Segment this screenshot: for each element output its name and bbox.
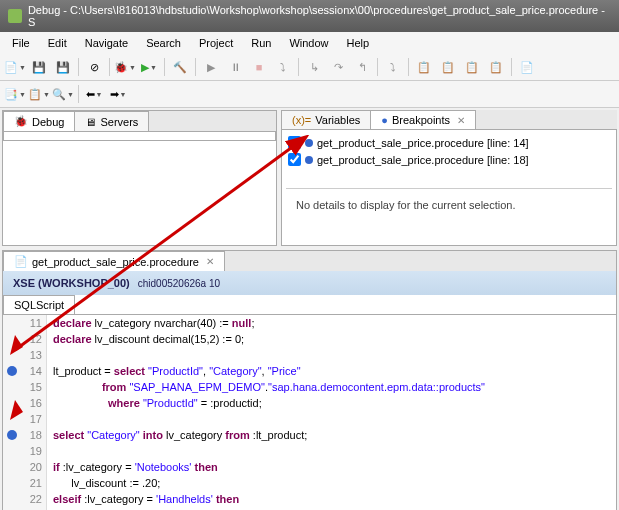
breakpoint-detail: No details to display for the current se… bbox=[286, 188, 612, 221]
tb2-1[interactable]: 📑▼ bbox=[4, 83, 26, 105]
menu-help[interactable]: Help bbox=[339, 34, 378, 52]
servers-icon: 🖥 bbox=[85, 116, 96, 128]
code-line[interactable] bbox=[53, 443, 616, 459]
breakpoints-icon: ● bbox=[381, 114, 388, 126]
step-return-button[interactable]: ↰ bbox=[351, 56, 373, 78]
breakpoint-marker[interactable] bbox=[7, 366, 17, 376]
code-line[interactable]: lt_product = select "ProductId", "Catego… bbox=[53, 363, 616, 379]
editor-tab[interactable]: 📄 get_product_sale_price.procedure ✕ bbox=[3, 251, 225, 271]
tab-debug[interactable]: 🐞Debug bbox=[3, 111, 75, 131]
resume-button[interactable]: ▶ bbox=[200, 56, 222, 78]
tb2-2[interactable]: 📋▼ bbox=[28, 83, 50, 105]
menu-project[interactable]: Project bbox=[191, 34, 241, 52]
tb-misc2[interactable]: 📋 bbox=[437, 56, 459, 78]
drop-icon[interactable]: ⤵ bbox=[382, 56, 404, 78]
line-gutter: 1112131415161718192021222324 bbox=[17, 315, 47, 510]
forward-button[interactable]: ➡▼ bbox=[107, 83, 129, 105]
menu-edit[interactable]: Edit bbox=[40, 34, 75, 52]
variables-breakpoints-panel: (x)=Variables ●Breakpoints✕ get_product_… bbox=[281, 110, 617, 246]
code-line[interactable] bbox=[53, 347, 616, 363]
bug-icon: 🐞 bbox=[14, 115, 28, 128]
suspend-button[interactable]: ⏸ bbox=[224, 56, 246, 78]
save-button[interactable]: 💾 bbox=[28, 56, 50, 78]
window-title: Debug - C:\Users\I816013\hdbstudio\Works… bbox=[28, 4, 611, 28]
sqlscript-tab[interactable]: SQLScript bbox=[3, 295, 75, 314]
file-icon: 📄 bbox=[14, 255, 28, 268]
breakpoint-row[interactable]: get_product_sale_price.procedure [line: … bbox=[286, 151, 612, 168]
debug-button[interactable]: 🐞▼ bbox=[114, 56, 136, 78]
window-title-bar: Debug - C:\Users\I816013\hdbstudio\Works… bbox=[0, 0, 619, 32]
tb-misc1[interactable]: 📋 bbox=[413, 56, 435, 78]
tool-button[interactable]: 🔨 bbox=[169, 56, 191, 78]
editor-title-bar: XSE (WORKSHOP_00) chid00520626a 10 bbox=[3, 271, 616, 295]
step-over-button[interactable]: ↷ bbox=[327, 56, 349, 78]
breakpoint-row[interactable]: get_product_sale_price.procedure [line: … bbox=[286, 134, 612, 151]
code-line[interactable]: declare lv_discount decimal(15,2) := 0; bbox=[53, 331, 616, 347]
debug-panel: 🐞Debug 🖥Servers bbox=[2, 110, 277, 246]
tab-servers[interactable]: 🖥Servers bbox=[74, 111, 149, 131]
code-line[interactable]: declare lv_category nvarchar(40) := null… bbox=[53, 315, 616, 331]
breakpoint-marker[interactable] bbox=[7, 430, 17, 440]
breakpoint-dot-icon bbox=[305, 139, 313, 147]
main-panels: 🐞Debug 🖥Servers (x)=Variables ●Breakpoin… bbox=[0, 108, 619, 248]
toolbar: 📄▼ 💾 💾 ⊘ 🐞▼ ▶▼ 🔨 ▶ ⏸ ■ ⤵ ↳ ↷ ↰ ⤵ 📋 📋 📋 📋… bbox=[0, 54, 619, 81]
code-line[interactable]: where "ProductId" = :productid; bbox=[53, 395, 616, 411]
new-button[interactable]: 📄▼ bbox=[4, 56, 26, 78]
tb-misc4[interactable]: 📋 bbox=[485, 56, 507, 78]
menu-search[interactable]: Search bbox=[138, 34, 189, 52]
menu-run[interactable]: Run bbox=[243, 34, 279, 52]
tab-variables[interactable]: (x)=Variables bbox=[281, 110, 371, 129]
code-editor[interactable]: 1112131415161718192021222324 declare lv_… bbox=[3, 315, 616, 510]
menu-navigate[interactable]: Navigate bbox=[77, 34, 136, 52]
step-into-button[interactable]: ↳ bbox=[303, 56, 325, 78]
code-line[interactable]: if :lv_category = 'Notebooks' then bbox=[53, 459, 616, 475]
editor-subtitle: chid00520626a 10 bbox=[138, 278, 220, 289]
app-icon bbox=[8, 9, 22, 23]
code-line[interactable] bbox=[53, 411, 616, 427]
close-icon[interactable]: ✕ bbox=[206, 256, 214, 267]
save-all-button[interactable]: 💾 bbox=[52, 56, 74, 78]
toolbar-row2: 📑▼ 📋▼ 🔍▼ ⬅▼ ➡▼ bbox=[0, 81, 619, 108]
disconnect-button[interactable]: ⤵ bbox=[272, 56, 294, 78]
breakpoint-label: get_product_sale_price.procedure [line: … bbox=[317, 154, 529, 166]
terminate-button[interactable]: ■ bbox=[248, 56, 270, 78]
breakpoints-list: get_product_sale_price.procedure [line: … bbox=[281, 130, 617, 246]
code-line[interactable]: elseif :lv_category = 'Handhelds' then bbox=[53, 491, 616, 507]
close-icon[interactable]: ✕ bbox=[457, 115, 465, 126]
menu-window[interactable]: Window bbox=[281, 34, 336, 52]
breakpoint-dot-icon bbox=[305, 156, 313, 164]
run-button[interactable]: ▶▼ bbox=[138, 56, 160, 78]
breakpoint-checkbox[interactable] bbox=[288, 136, 301, 149]
breakpoint-checkbox[interactable] bbox=[288, 153, 301, 166]
menu-bar: File Edit Navigate Search Project Run Wi… bbox=[0, 32, 619, 54]
menu-file[interactable]: File bbox=[4, 34, 38, 52]
tab-breakpoints[interactable]: ●Breakpoints✕ bbox=[370, 110, 476, 129]
code-line[interactable]: from "SAP_HANA_EPM_DEMO"."sap.hana.democ… bbox=[53, 379, 616, 395]
tb2-3[interactable]: 🔍▼ bbox=[52, 83, 74, 105]
tb-misc5[interactable]: 📄 bbox=[516, 56, 538, 78]
code-line[interactable]: lv_discount := .20; bbox=[53, 475, 616, 491]
editor: 📄 get_product_sale_price.procedure ✕ XSE… bbox=[2, 250, 617, 510]
skip-breakpoints-button[interactable]: ⊘ bbox=[83, 56, 105, 78]
breakpoint-label: get_product_sale_price.procedure [line: … bbox=[317, 137, 529, 149]
tb-misc3[interactable]: 📋 bbox=[461, 56, 483, 78]
editor-title: XSE (WORKSHOP_00) bbox=[13, 277, 130, 289]
back-button[interactable]: ⬅▼ bbox=[83, 83, 105, 105]
variables-icon: (x)= bbox=[292, 114, 311, 126]
code-line[interactable]: select "Category" into lv_category from … bbox=[53, 427, 616, 443]
